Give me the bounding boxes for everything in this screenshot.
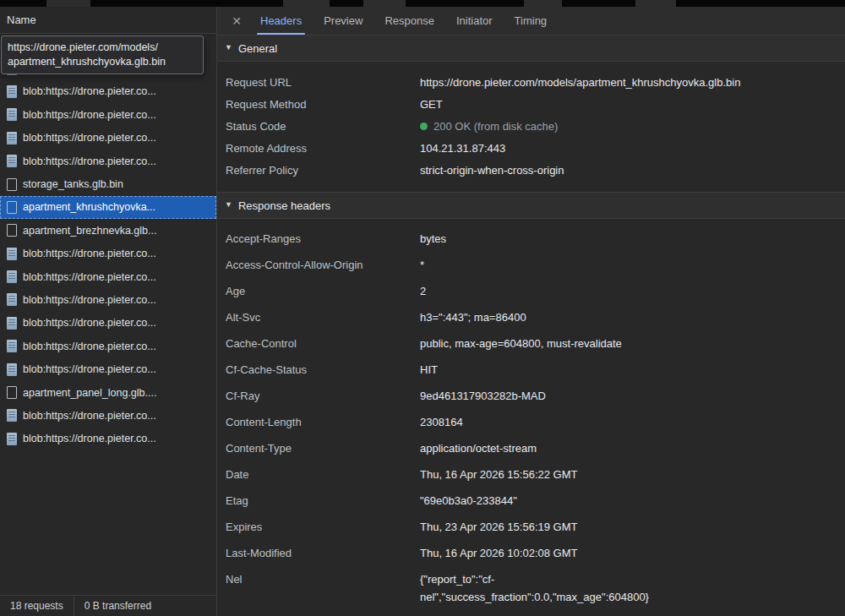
browser-tab-strip [0, 0, 845, 7]
header-value: HIT [420, 361, 438, 379]
network-request-row[interactable]: blob:https://drone.pieter.co... [0, 404, 216, 427]
network-request-row[interactable]: apartment_brezhnevka.glb... [0, 219, 216, 242]
blob-file-icon [7, 433, 17, 445]
name-column-header[interactable]: Name [0, 7, 216, 34]
network-request-list-panel: Name blob:https://drone.pieter.co... blo… [0, 7, 217, 616]
network-request-row[interactable]: blob:https://drone.pieter.co... [0, 150, 216, 172]
network-request-row[interactable]: apartment_panel_long.glb.... [0, 381, 216, 404]
request-name: blob:https://drone.pieter.co... [23, 294, 156, 306]
network-request-row[interactable]: blob:https://drone.pieter.co... [0, 312, 216, 335]
section-title: General [238, 42, 277, 55]
header-value: bytes [420, 230, 446, 248]
requests-count: 18 requests [0, 596, 74, 616]
close-icon: ✕ [232, 14, 242, 28]
response-headers-section-header[interactable]: ▼ Response headers [217, 192, 845, 219]
header-name: Cf-Cache-Status [217, 361, 420, 379]
browser-tab-strip-segment [46, 0, 90, 7]
header-name: Access-Control-Allow-Origin [217, 256, 420, 274]
header-value: 200 OK (from disk cache) [420, 116, 558, 138]
document-file-icon [7, 201, 17, 214]
header-value: Thu, 23 Apr 2026 15:56:19 GMT [420, 518, 577, 536]
header-value: Thu, 16 Apr 2026 15:56:22 GMT [420, 466, 577, 483]
response-headers-section: Accept-Ranges bytes Access-Control-Allow… [217, 219, 845, 616]
request-name: blob:https://drone.pieter.co... [23, 410, 156, 422]
network-request-row-selected[interactable]: apartment_khrushchyovka... [0, 196, 216, 219]
header-row: Etag "69e0b3a0-233844" [217, 488, 845, 514]
tab-initiator[interactable]: Initiator [447, 7, 502, 35]
tooltip-line2: apartment_khrushchyovka.glb.bin [8, 55, 197, 69]
tab-response[interactable]: Response [375, 7, 444, 35]
header-name: Request Method [217, 94, 420, 116]
header-name: Expires [217, 518, 420, 536]
header-value: public, max-age=604800, must-revalidate [420, 335, 622, 352]
tab-timing[interactable]: Timing [505, 7, 557, 35]
header-name: Request URL [217, 72, 420, 94]
blob-file-icon [7, 132, 17, 144]
header-row: Expires Thu, 23 Apr 2026 15:56:19 GMT [217, 514, 845, 540]
tab-headers[interactable]: Headers [251, 7, 311, 35]
network-request-row[interactable]: blob:https://drone.pieter.co... [0, 127, 216, 150]
network-request-row[interactable]: blob:https://drone.pieter.co... [0, 428, 216, 450]
network-request-row[interactable]: blob:https://drone.pieter.co... [0, 357, 216, 380]
header-row-status: Status Code 200 OK (from disk cache) [217, 116, 845, 138]
network-request-row[interactable]: blob:https://drone.pieter.co... [0, 288, 216, 311]
header-value: 104.21.31.87:443 [420, 138, 505, 160]
blob-file-icon [7, 317, 17, 330]
request-name: blob:https://drone.pieter.co... [23, 317, 156, 329]
tooltip-line1: https://drone.pieter.com/models/ [8, 41, 197, 55]
request-details-panel: ✕ Headers Preview Response Initiator Tim… [217, 7, 845, 616]
blob-file-icon [7, 340, 17, 352]
header-value: GET [420, 94, 443, 116]
document-file-icon [7, 178, 17, 191]
header-row: Content-Length 2308164 [217, 409, 845, 435]
header-value: {"report_to":"cf-nel","success_fraction"… [420, 570, 707, 606]
header-value: 2308164 [420, 413, 463, 431]
header-value: strict-origin-when-cross-origin [420, 160, 564, 182]
section-title: Response headers [238, 199, 330, 212]
browser-tab-strip-segment [283, 0, 330, 7]
request-list: blob:https://drone.pieter.co... blob:htt… [0, 34, 216, 595]
network-request-row[interactable]: blob:https://drone.pieter.co... [0, 265, 216, 288]
disclosure-triangle-icon: ▼ [225, 200, 232, 209]
network-request-row[interactable]: storage_tanks.glb.bin [0, 172, 216, 195]
request-name: blob:https://drone.pieter.co... [23, 341, 156, 352]
header-value: 9ed461317903282b-MAD [420, 387, 546, 405]
details-tabbar: ✕ Headers Preview Response Initiator Tim… [217, 7, 845, 35]
request-name: blob:https://drone.pieter.co... [23, 248, 156, 259]
header-name: Remote Address [217, 138, 420, 160]
request-name: apartment_brezhnevka.glb... [23, 225, 156, 237]
header-value: application/octet-stream [420, 439, 537, 457]
header-name: Etag [217, 492, 420, 510]
network-request-row[interactable]: blob:https://drone.pieter.co... [0, 243, 216, 265]
header-value: * [420, 256, 424, 274]
header-name: Alt-Svc [217, 308, 420, 326]
header-value: h3=":443"; ma=86400 [420, 308, 526, 326]
header-row: Age 2 [217, 278, 845, 304]
request-name: apartment_khrushchyovka... [23, 201, 155, 213]
request-name: blob:https://drone.pieter.co... [23, 271, 156, 283]
blob-file-icon [7, 270, 17, 283]
request-name: blob:https://drone.pieter.co... [23, 132, 156, 144]
header-row: Access-Control-Allow-Origin * [217, 252, 845, 278]
network-request-row[interactable]: blob:https://drone.pieter.co... [0, 103, 216, 126]
header-value: https://drone.pieter.com/models/apartmen… [420, 72, 707, 94]
tab-preview[interactable]: Preview [314, 7, 372, 35]
document-file-icon [7, 224, 17, 237]
header-row: Content-Type application/octet-stream [217, 435, 845, 461]
url-tooltip: https://drone.pieter.com/models/ apartme… [1, 35, 204, 74]
header-row: Cf-Cache-Status HIT [217, 357, 845, 383]
general-section: Request URL https://drone.pieter.com/mod… [217, 62, 845, 192]
header-name: Content-Type [217, 439, 420, 457]
disclosure-triangle-icon: ▼ [225, 43, 232, 52]
request-name: blob:https://drone.pieter.co... [23, 433, 156, 444]
network-request-row[interactable]: blob:https://drone.pieter.co... [0, 80, 216, 103]
network-request-row[interactable]: blob:https://drone.pieter.co... [0, 335, 216, 357]
header-row: Request Method GET [217, 94, 845, 116]
general-section-header[interactable]: ▼ General [217, 35, 845, 62]
status-ok-dot [420, 123, 428, 130]
status-text: 200 OK (from disk cache) [433, 120, 558, 133]
close-details-button[interactable]: ✕ [224, 7, 249, 35]
request-name: blob:https://drone.pieter.co... [23, 363, 156, 375]
header-row: Request URL https://drone.pieter.com/mod… [217, 72, 845, 94]
header-row: Alt-Svc h3=":443"; ma=86400 [217, 304, 845, 330]
